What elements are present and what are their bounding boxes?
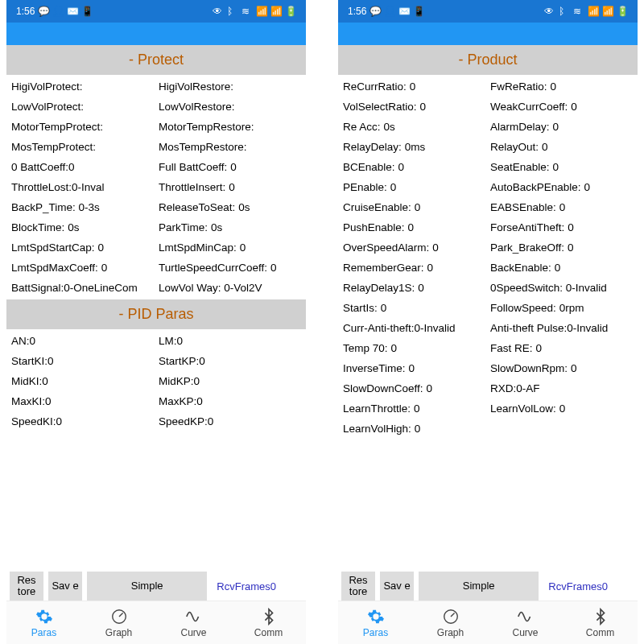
param-item[interactable]: FwReRatio:0: [490, 76, 633, 97]
param-item[interactable]: Re Acc:0s: [343, 117, 485, 137]
nav-comm[interactable]: Comm: [563, 601, 638, 644]
param-item[interactable]: LowVolProtect:: [11, 97, 154, 117]
param-item[interactable]: OverSpeedAlarm:0: [343, 237, 485, 258]
param-item[interactable]: ReCurrRatio:0: [343, 76, 485, 97]
param-item[interactable]: ThrottleInsert:0: [159, 177, 301, 197]
status-time: 1:56: [348, 6, 366, 17]
param-item[interactable]: SlowDownCoeff:0: [343, 378, 485, 398]
param-item[interactable]: StartKP:0: [159, 351, 301, 371]
param-item[interactable]: RelayDelay:0ms: [343, 137, 485, 157]
param-item[interactable]: LearnVolHigh:0: [343, 419, 485, 439]
param-item[interactable]: SlowDownRpm:0: [490, 358, 633, 378]
simple-button[interactable]: Simple: [87, 572, 207, 601]
param-item[interactable]: BattSignal:0-OneLineCom: [11, 278, 154, 298]
param-item[interactable]: Temp 70:0: [343, 338, 485, 358]
param-item[interactable]: BlockTime:0s: [11, 217, 154, 237]
param-label: ForseAntiTheft:: [490, 221, 564, 233]
param-item[interactable]: AutoBackPEnable:0: [490, 177, 633, 197]
mail-icon: ✉️: [67, 6, 78, 17]
param-label: MosTempRestore:: [159, 141, 247, 153]
param-item[interactable]: PushEnable:0: [343, 217, 485, 237]
signal-icon: 📶: [270, 6, 282, 17]
param-item[interactable]: Curr-Anti-theft:0-Invalid: [343, 318, 485, 338]
param-item[interactable]: 0 BattCoeff:0: [11, 157, 154, 177]
nav-curve[interactable]: Curve: [488, 601, 563, 644]
param-item[interactable]: CruiseEnable:0: [343, 197, 485, 217]
param-item[interactable]: MidKI:0: [11, 371, 154, 391]
param-label: BackP_Time: 0-3s: [11, 201, 100, 213]
param-item[interactable]: LmtSpdMinCap:0: [159, 237, 301, 258]
param-item[interactable]: 0SpeedSwitch: 0-Invalid: [490, 278, 633, 298]
param-item[interactable]: AlarmDelay:0: [490, 117, 633, 137]
scroll-area[interactable]: - Protect HigiVolProtect:HigiVolRestore:…: [6, 45, 306, 570]
param-item[interactable]: BackEnable:0: [490, 258, 633, 278]
gauge-icon: [442, 608, 460, 625]
param-item[interactable]: InverseTime:0: [343, 358, 485, 378]
param-value: 0: [571, 101, 577, 113]
param-item[interactable]: LowVol Way: 0-Vol2V: [159, 278, 301, 298]
param-item[interactable]: EABSEnable:0: [490, 197, 633, 217]
gear-icon: [367, 608, 385, 625]
param-item[interactable]: SpeedKP:0: [159, 411, 301, 431]
param-item[interactable]: BackP_Time: 0-3s: [11, 197, 154, 217]
param-item[interactable]: LmtSpdMaxCoeff:0: [11, 258, 154, 278]
param-item[interactable]: ForseAntiTheft:0: [490, 217, 633, 237]
param-item[interactable]: MosTempRestore:: [159, 137, 301, 157]
param-item[interactable]: LearnVolLow:0: [490, 398, 633, 419]
param-item[interactable]: SpeedKI:0: [11, 411, 154, 431]
nav-paras[interactable]: Paras: [6, 601, 81, 644]
param-item[interactable]: Full BattCoeff:0: [159, 157, 301, 177]
param-item[interactable]: MaxKP:0: [159, 391, 301, 411]
param-item[interactable]: VolSelectRatio:0: [343, 97, 485, 117]
param-item[interactable]: ThrottleLost:0-Inval: [11, 177, 154, 197]
param-item[interactable]: MotorTempRestore:: [159, 117, 301, 137]
nav-label: Curve: [180, 627, 206, 638]
param-item[interactable]: RelayDelay1S:0: [343, 278, 485, 298]
param-item[interactable]: HigiVolProtect:: [11, 76, 154, 97]
param-item[interactable]: LowVolRestore:: [159, 97, 301, 117]
nav-graph[interactable]: Graph: [413, 601, 488, 644]
restore-button[interactable]: Res tore: [341, 572, 375, 601]
param-value: 0s: [238, 201, 250, 213]
nav-paras[interactable]: Paras: [338, 601, 413, 644]
param-item[interactable]: Park_BrakeOff:0: [490, 237, 633, 258]
param-item[interactable]: FollowSpeed:0rpm: [490, 298, 633, 318]
param-label: StartIs:: [343, 302, 378, 314]
param-item[interactable]: RXD:0-AF: [490, 378, 633, 398]
param-item[interactable]: StartKI:0: [11, 351, 154, 371]
param-item[interactable]: MosTempProtect:: [11, 137, 154, 157]
param-item[interactable]: PEnable:0: [343, 177, 485, 197]
param-item[interactable]: HigiVolRestore:: [159, 76, 301, 97]
param-item[interactable]: SeatEnable:0: [490, 157, 633, 177]
param-item[interactable]: StartIs:0: [343, 298, 485, 318]
param-item[interactable]: ParkTime:0s: [159, 217, 301, 237]
param-item[interactable]: [490, 419, 633, 439]
param-item[interactable]: RememberGear:0: [343, 258, 485, 278]
simple-button[interactable]: Simple: [419, 572, 539, 601]
nav-graph[interactable]: Graph: [81, 601, 156, 644]
param-value: 0s: [211, 221, 222, 233]
param-item[interactable]: LM:0: [159, 331, 301, 351]
param-label: MosTempProtect:: [11, 141, 96, 153]
param-item[interactable]: Fast RE:0: [490, 338, 633, 358]
param-item[interactable]: WeakCurrCoeff:0: [490, 97, 633, 117]
param-item[interactable]: LmtSpdStartCap:0: [11, 237, 154, 258]
param-item[interactable]: MotorTempProtect:: [11, 117, 154, 137]
param-item[interactable]: MidKP:0: [159, 371, 301, 391]
param-item[interactable]: TurtleSpeedCurrCoeff:0: [159, 258, 301, 278]
param-item[interactable]: ReleaseToSeat:0s: [159, 197, 301, 217]
param-item[interactable]: LearnThrottle:0: [343, 398, 485, 419]
restore-button[interactable]: Res tore: [10, 572, 43, 601]
param-item[interactable]: AN:0: [11, 331, 154, 351]
param-item[interactable]: RelayOut:0: [490, 137, 633, 157]
nav-curve[interactable]: Curve: [156, 601, 231, 644]
param-item[interactable]: Anti-theft Pulse:0-Invalid: [490, 318, 633, 338]
param-item[interactable]: MaxKI:0: [11, 391, 154, 411]
nav-comm[interactable]: Comm: [231, 601, 306, 644]
param-label: MotorTempProtect:: [11, 121, 103, 133]
save-button[interactable]: Sav e: [380, 572, 414, 601]
param-item[interactable]: BCEnable:0: [343, 157, 485, 177]
scroll-area[interactable]: - Product ReCurrRatio:0FwReRatio:0VolSel…: [338, 45, 638, 570]
save-button[interactable]: Sav e: [48, 572, 82, 601]
param-value: 0rpm: [559, 302, 584, 314]
